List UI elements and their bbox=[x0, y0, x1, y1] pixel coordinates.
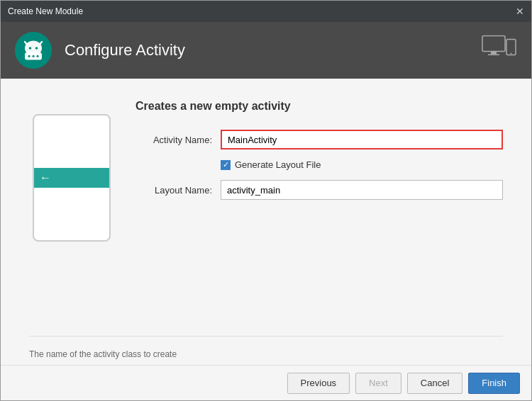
activity-name-input[interactable] bbox=[221, 130, 503, 149]
wizard-header: Configure Activity bbox=[1, 22, 531, 79]
form-subtitle: Creates a new empty activity bbox=[135, 100, 503, 113]
svg-point-13 bbox=[511, 53, 512, 55]
svg-rect-9 bbox=[482, 36, 505, 52]
android-icon bbox=[21, 38, 46, 63]
page-title: Configure Activity bbox=[65, 41, 185, 60]
activity-name-row: Activity Name: bbox=[135, 130, 503, 149]
checkmark-icon: ✓ bbox=[223, 161, 229, 169]
phone-action-bar: ← bbox=[34, 168, 109, 188]
svg-point-1 bbox=[29, 47, 32, 50]
wizard-content: ← Creates a new empty activity Activity … bbox=[1, 79, 531, 365]
title-bar: Create New Module ✕ bbox=[1, 1, 531, 22]
content-divider bbox=[29, 336, 503, 337]
generate-layout-row: ✓ Generate Layout File bbox=[221, 159, 503, 170]
help-text: The name of the activity class to create bbox=[1, 344, 531, 365]
previous-button[interactable]: Previous bbox=[287, 373, 350, 394]
window-title: Create New Module bbox=[8, 6, 83, 16]
svg-point-2 bbox=[35, 47, 38, 50]
phone-frame: ← bbox=[33, 114, 111, 242]
wizard-footer: Previous Next Cancel Finish bbox=[1, 365, 531, 400]
svg-point-7 bbox=[33, 55, 35, 57]
main-window: Create New Module ✕ Configure Activity bbox=[0, 0, 532, 401]
device-icon bbox=[482, 35, 517, 66]
layout-name-input[interactable] bbox=[221, 180, 503, 200]
phone-preview: ← bbox=[29, 114, 114, 315]
form-area: Creates a new empty activity Activity Na… bbox=[135, 100, 503, 315]
close-button[interactable]: ✕ bbox=[516, 6, 524, 16]
title-bar-left: Create New Module bbox=[8, 6, 83, 16]
android-logo bbox=[15, 32, 52, 69]
svg-line-4 bbox=[40, 42, 42, 45]
activity-name-label: Activity Name: bbox=[135, 135, 221, 145]
svg-rect-12 bbox=[506, 40, 516, 55]
svg-point-6 bbox=[28, 55, 31, 57]
main-area: ← Creates a new empty activity Activity … bbox=[1, 79, 531, 329]
layout-name-row: Layout Name: bbox=[135, 180, 503, 200]
cancel-button[interactable]: Cancel bbox=[407, 373, 462, 394]
svg-rect-11 bbox=[488, 55, 499, 56]
svg-rect-10 bbox=[491, 52, 497, 55]
svg-line-3 bbox=[25, 42, 27, 45]
next-button[interactable]: Next bbox=[355, 373, 401, 394]
layout-name-label: Layout Name: bbox=[135, 185, 221, 196]
back-arrow-icon: ← bbox=[40, 171, 51, 184]
finish-button[interactable]: Finish bbox=[468, 373, 520, 394]
generate-layout-checkbox[interactable]: ✓ bbox=[221, 160, 231, 170]
svg-point-8 bbox=[37, 55, 39, 57]
generate-layout-label[interactable]: Generate Layout File bbox=[235, 159, 321, 170]
